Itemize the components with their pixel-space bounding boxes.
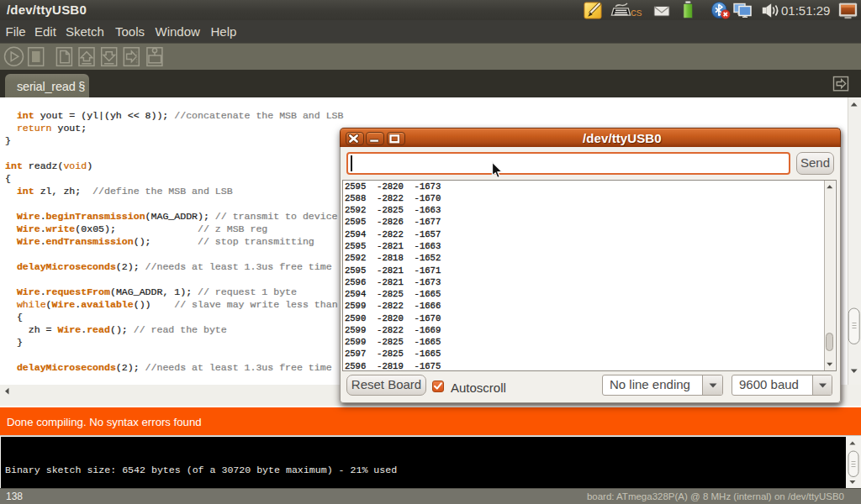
svg-text:cs: cs xyxy=(631,6,642,18)
